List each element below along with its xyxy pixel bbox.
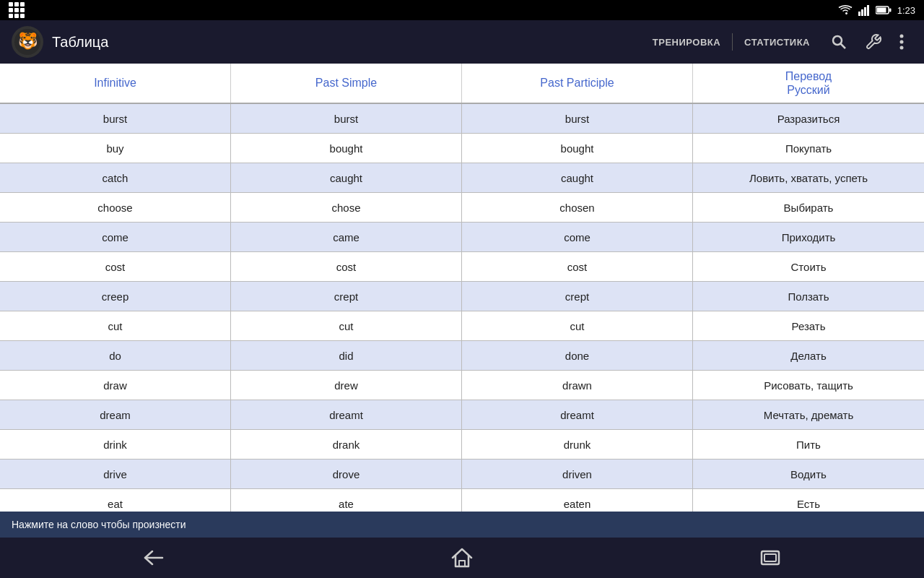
train-button[interactable]: ТРЕНИРОВКА xyxy=(641,31,732,53)
table-row[interactable]: drivedrovedrivenВодить xyxy=(0,460,924,489)
table-cell-pastSimple[interactable]: drew xyxy=(231,371,462,400)
table-row[interactable]: buyboughtboughtПокупать xyxy=(0,134,924,163)
table-cell-translation[interactable]: Пить xyxy=(693,430,924,460)
table-cell-translation[interactable]: Ползать xyxy=(693,282,924,311)
table-cell-infinitive[interactable]: drive xyxy=(0,460,231,489)
table-cell-translation[interactable]: Разразиться xyxy=(693,104,924,134)
table-cell-translation[interactable]: Рисовать, тащить xyxy=(693,371,924,400)
table-row[interactable]: costcostcostСтоить xyxy=(0,252,924,282)
table-cell-pastSimple[interactable]: burst xyxy=(231,104,462,134)
table-row[interactable]: creepcreptcreptПолзать xyxy=(0,282,924,311)
table-cell-pastSimple[interactable]: caught xyxy=(231,163,462,193)
battery-icon xyxy=(876,6,892,14)
signal-icon xyxy=(858,4,870,16)
table-cell-infinitive[interactable]: do xyxy=(0,341,231,371)
svg-point-12 xyxy=(900,40,904,44)
table-cell-infinitive[interactable]: drink xyxy=(0,430,231,460)
table-cell-pastParticiple[interactable]: done xyxy=(462,341,693,371)
table-cell-pastParticiple[interactable]: caught xyxy=(462,163,693,193)
svg-point-13 xyxy=(900,46,904,50)
table-cell-pastParticiple[interactable]: drawn xyxy=(462,371,693,400)
stats-button[interactable]: СТАТИСТИКА xyxy=(733,31,821,53)
table-cell-pastParticiple[interactable]: driven xyxy=(462,460,693,489)
table-cell-pastSimple[interactable]: dreamt xyxy=(231,400,462,430)
nav-back-button[interactable] xyxy=(125,543,183,572)
table-cell-pastParticiple[interactable]: bought xyxy=(462,134,693,163)
col-header-past-participle: Past Participle xyxy=(462,64,693,103)
search-button[interactable] xyxy=(821,27,856,56)
table-cell-infinitive[interactable]: come xyxy=(0,223,231,252)
table-cell-pastSimple[interactable]: did xyxy=(231,341,462,371)
svg-point-9 xyxy=(833,36,842,45)
col-header-translation: ПереводРусский xyxy=(693,64,924,103)
table-cell-infinitive[interactable]: cost xyxy=(0,252,231,282)
svg-text:🐯: 🐯 xyxy=(18,31,38,51)
table-row[interactable]: cutcutcutРезать xyxy=(0,311,924,341)
svg-point-11 xyxy=(900,35,904,38)
more-button[interactable] xyxy=(891,28,912,56)
settings-button[interactable] xyxy=(856,27,891,56)
table-cell-pastSimple[interactable]: ate xyxy=(231,489,462,512)
table-cell-translation[interactable]: Выбирать xyxy=(693,193,924,223)
table-cell-translation[interactable]: Стоить xyxy=(693,252,924,282)
table-cell-pastParticiple[interactable]: crept xyxy=(462,282,693,311)
table-cell-infinitive[interactable]: choose xyxy=(0,193,231,223)
table-cell-infinitive[interactable]: burst xyxy=(0,104,231,134)
table-cell-pastParticiple[interactable]: cut xyxy=(462,311,693,341)
table-row[interactable]: comecamecomeПриходить xyxy=(0,223,924,252)
nav-recent-button[interactable] xyxy=(741,543,799,572)
table-cell-pastSimple[interactable]: came xyxy=(231,223,462,252)
table-cell-translation[interactable]: Покупать xyxy=(693,134,924,163)
table-cell-pastParticiple[interactable]: come xyxy=(462,223,693,252)
table-cell-pastSimple[interactable]: chose xyxy=(231,193,462,223)
table-cell-infinitive[interactable]: dream xyxy=(0,400,231,430)
table-cell-translation[interactable]: Есть xyxy=(693,489,924,512)
table-cell-pastSimple[interactable]: bought xyxy=(231,134,462,163)
table-row[interactable]: catchcaughtcaughtЛовить, хватать, успеть xyxy=(0,163,924,193)
col-header-infinitive: Infinitive xyxy=(0,64,231,103)
svg-line-10 xyxy=(841,44,846,49)
table-cell-pastParticiple[interactable]: dreamt xyxy=(462,400,693,430)
table-cell-translation[interactable]: Приходить xyxy=(693,223,924,252)
table-cell-pastParticiple[interactable]: eaten xyxy=(462,489,693,512)
table-cell-pastParticiple[interactable]: drunk xyxy=(462,430,693,460)
recent-icon xyxy=(760,550,780,566)
app-title: Таблица xyxy=(52,34,632,51)
col-headers: Infinitive Past Simple Past Participle П… xyxy=(0,64,924,104)
table-cell-translation[interactable]: Резать xyxy=(693,311,924,341)
table-cell-infinitive[interactable]: eat xyxy=(0,489,231,512)
svg-rect-3 xyxy=(867,5,869,16)
svg-rect-1 xyxy=(861,9,863,16)
table-cell-infinitive[interactable]: creep xyxy=(0,282,231,311)
table-cell-pastSimple[interactable]: drove xyxy=(231,460,462,489)
home-icon xyxy=(451,548,473,568)
time-display: 1:23 xyxy=(897,5,915,16)
hint-text: Нажмите на слово чтобы произнести xyxy=(12,519,186,530)
wifi-icon xyxy=(838,4,853,16)
table-row[interactable]: eatateeatenЕсть xyxy=(0,489,924,512)
table-cell-infinitive[interactable]: catch xyxy=(0,163,231,193)
table-cell-translation[interactable]: Мечтать, дремать xyxy=(693,400,924,430)
table-row[interactable]: drinkdrankdrunkПить xyxy=(0,430,924,460)
table-cell-pastSimple[interactable]: cost xyxy=(231,252,462,282)
table-cell-pastSimple[interactable]: cut xyxy=(231,311,462,341)
svg-rect-2 xyxy=(864,7,866,16)
table-cell-pastParticiple[interactable]: chosen xyxy=(462,193,693,223)
table-cell-infinitive[interactable]: buy xyxy=(0,134,231,163)
table-cell-translation[interactable]: Ловить, хватать, успеть xyxy=(693,163,924,193)
table-row[interactable]: dreamdreamtdreamtМечтать, дремать xyxy=(0,400,924,430)
table-cell-infinitive[interactable]: draw xyxy=(0,371,231,400)
table-row[interactable]: dodiddoneДелать xyxy=(0,341,924,371)
toolbar-actions: ТРЕНИРОВКА СТАТИСТИКА xyxy=(641,27,912,56)
table-cell-pastParticiple[interactable]: burst xyxy=(462,104,693,134)
table-cell-translation[interactable]: Делать xyxy=(693,341,924,371)
table-row[interactable]: burstburstburstРазразиться xyxy=(0,104,924,134)
table-row[interactable]: drawdrewdrawnРисовать, тащить xyxy=(0,371,924,400)
table-cell-pastSimple[interactable]: crept xyxy=(231,282,462,311)
table-cell-pastParticiple[interactable]: cost xyxy=(462,252,693,282)
table-cell-translation[interactable]: Водить xyxy=(693,460,924,489)
table-row[interactable]: choosechosechosenВыбирать xyxy=(0,193,924,223)
table-cell-infinitive[interactable]: cut xyxy=(0,311,231,341)
table-cell-pastSimple[interactable]: drank xyxy=(231,430,462,460)
nav-home-button[interactable] xyxy=(433,543,491,572)
